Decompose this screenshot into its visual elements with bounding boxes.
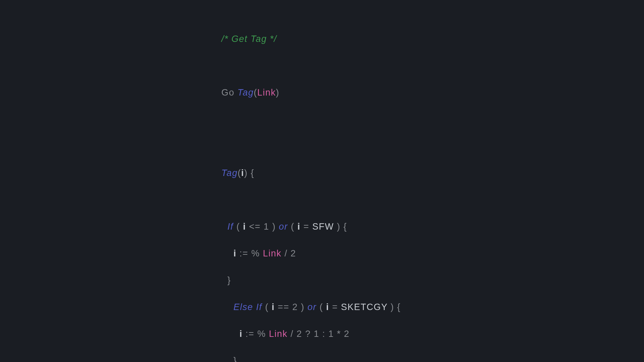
ident-sketchy: SKETCGY bbox=[341, 302, 387, 312]
keyword-elseif: Else If bbox=[233, 302, 262, 312]
brace: ) { bbox=[388, 302, 401, 312]
var-i: i bbox=[243, 222, 246, 232]
rest: ) { bbox=[244, 168, 254, 178]
code-line: i := % Link / 2 bbox=[221, 247, 420, 260]
blank-line bbox=[221, 139, 420, 153]
op: <= bbox=[246, 222, 264, 232]
var-i: i bbox=[239, 329, 243, 339]
code-line: } bbox=[221, 354, 420, 362]
pad bbox=[221, 248, 233, 258]
keyword-or: or bbox=[308, 302, 317, 312]
blank-line bbox=[221, 113, 420, 126]
func-tag: Tag bbox=[237, 87, 254, 98]
pad bbox=[221, 275, 227, 285]
pad bbox=[221, 302, 233, 312]
brace: } bbox=[227, 275, 231, 285]
paren: ( bbox=[254, 87, 258, 98]
var-i: i bbox=[326, 302, 329, 312]
code-line: If ( i <= 1 ) or ( i = SFW ) { bbox=[221, 220, 420, 233]
keyword-if: If bbox=[227, 222, 233, 232]
paren: ( bbox=[233, 222, 243, 232]
keyword-or: or bbox=[279, 222, 288, 232]
var-i: i bbox=[233, 248, 236, 258]
ident-link: Link bbox=[257, 87, 276, 98]
code-line: Go Tag(Link) bbox=[221, 86, 420, 99]
op: := bbox=[236, 248, 251, 258]
code-block: /* Get Tag */ Go Tag(Link) Tag(i) { If (… bbox=[221, 19, 420, 362]
ident-sfw: SFW bbox=[312, 222, 334, 232]
op: := bbox=[243, 329, 257, 339]
num: 2 bbox=[292, 302, 298, 312]
pad bbox=[221, 356, 233, 362]
pad bbox=[221, 329, 239, 339]
pct: % bbox=[251, 248, 263, 258]
num: 1 bbox=[264, 222, 269, 232]
paren: ) bbox=[298, 302, 308, 312]
comment-text: /* Get Tag */ bbox=[221, 34, 277, 44]
code-line: i := % Link / 2 ? 1 : 1 * 2 bbox=[221, 327, 420, 341]
code-line: /* Get Tag */ bbox=[221, 32, 420, 46]
ident-link: Link bbox=[269, 329, 288, 339]
brace: } bbox=[233, 356, 237, 362]
keyword-go: Go bbox=[221, 87, 237, 98]
rest: / 2 bbox=[281, 248, 296, 258]
paren: ) bbox=[276, 87, 280, 98]
op: = bbox=[301, 222, 312, 232]
var-i: i bbox=[298, 222, 301, 232]
code-line: } bbox=[221, 274, 420, 287]
var-i: i bbox=[272, 302, 275, 312]
ident-link: Link bbox=[263, 248, 282, 258]
paren: ( bbox=[288, 222, 298, 232]
paren: ( bbox=[238, 168, 241, 178]
rest: / 2 ? 1 : 1 * 2 bbox=[287, 329, 350, 339]
paren: ) bbox=[269, 222, 279, 232]
brace: ) { bbox=[334, 222, 347, 232]
op: == bbox=[275, 302, 292, 312]
func-tag: Tag bbox=[221, 168, 238, 178]
pad bbox=[221, 222, 227, 232]
pct: % bbox=[257, 329, 269, 339]
paren: ( bbox=[317, 302, 326, 312]
paren: ( bbox=[262, 302, 272, 312]
op: = bbox=[329, 302, 341, 312]
var-i: i bbox=[241, 168, 244, 178]
code-line: Tag(i) { bbox=[221, 166, 420, 180]
blank-line bbox=[221, 59, 420, 72]
code-line: Else If ( i == 2 ) or ( i = SKETCGY ) { bbox=[221, 300, 420, 314]
blank-line bbox=[221, 193, 420, 206]
